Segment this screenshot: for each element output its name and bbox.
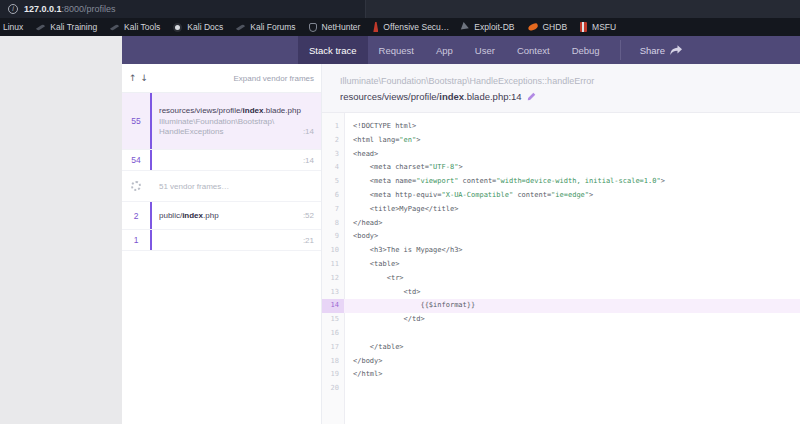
code-line: 16	[322, 327, 800, 341]
line-number: 20	[322, 382, 344, 396]
frame-class: Illuminate\Foundation\Bootstrap\	[159, 117, 314, 127]
line-number: 15	[322, 313, 344, 327]
bookmark-item[interactable]: Linux	[3, 22, 23, 32]
line-number: 11	[322, 258, 344, 272]
line-number: 6	[322, 189, 344, 203]
frame-file: public/index.php	[159, 211, 219, 220]
code-line: 10 <h3>The is Mypage</h3>	[322, 244, 800, 258]
line-number: 5	[322, 175, 344, 189]
code-line: 20	[322, 382, 800, 396]
stack-frames-sidebar: ↑ ↓ Expand vendor frames 55resources/vie…	[122, 64, 322, 424]
share-button[interactable]: Share	[630, 36, 692, 64]
bookmark-item[interactable]: GHDB	[528, 22, 568, 32]
bookmark-label: MSFU	[592, 22, 616, 32]
bookmark-label: Offensive Secu…	[383, 22, 449, 32]
code-text: <body>	[344, 230, 378, 244]
code-text: <head>	[344, 148, 378, 162]
frame-detail-panel: Illuminate\Foundation\Bootstrap\HandleEx…	[322, 64, 800, 424]
stack-frame-row[interactable]: 55resources/views/profile/index.blade.ph…	[122, 93, 321, 150]
tab-bar: Stack traceRequestAppUserContextDebug Sh…	[122, 36, 800, 64]
bookmark-label: Kali Forums	[250, 22, 295, 32]
globe-icon	[173, 23, 182, 32]
code-line: 7 <title>MyPage</title>	[322, 203, 800, 217]
url-bar[interactable]: i 127.0.0.1:8000/profiles	[0, 0, 366, 18]
code-text: </body>	[344, 355, 383, 369]
offsec-tower-icon	[373, 22, 378, 32]
bookmark-label: Linux	[3, 22, 23, 32]
code-text: <td>	[344, 286, 420, 300]
code-line: 3<head>	[322, 148, 800, 162]
bookmark-item[interactable]: Kali Tools	[110, 22, 160, 32]
code-text: <meta charset="UTF-8">	[344, 161, 463, 175]
stack-frame-row[interactable]: 2public/index.php:52	[122, 202, 321, 230]
line-number: 13	[322, 286, 344, 300]
tab-request[interactable]: Request	[368, 36, 425, 64]
bookmark-item[interactable]: Kali Training	[36, 22, 97, 32]
line-number: 10	[322, 244, 344, 258]
code-line: 15 </td>	[322, 313, 800, 327]
code-snippet: 1<!DOCTYPE html>2<html lang="en">3<head>…	[322, 112, 800, 424]
line-number: 16	[322, 327, 344, 341]
bookmarks-bar: LinuxKali TrainingKali ToolsKali DocsKal…	[0, 18, 800, 36]
bookmark-item[interactable]: NetHunter	[309, 22, 361, 32]
bookmark-item[interactable]: Kali Docs	[173, 22, 223, 32]
frame-up-icon[interactable]: ↑	[129, 73, 137, 83]
bookmark-item[interactable]: Kali Forums	[236, 22, 295, 32]
code-line: 2<html lang="en">	[322, 134, 800, 148]
frame-header: Illuminate\Foundation\Bootstrap\HandleEx…	[322, 64, 800, 112]
tab-divider	[620, 40, 621, 60]
frame-number	[122, 171, 150, 201]
code-line: 11 <table>	[322, 258, 800, 272]
share-label: Share	[640, 45, 665, 56]
code-text: <title>MyPage</title>	[344, 203, 458, 217]
code-line: 8</head>	[322, 217, 800, 231]
bookmark-label: GHDB	[543, 22, 568, 32]
line-number: 7	[322, 203, 344, 217]
code-text: <!DOCTYPE html>	[344, 120, 416, 134]
stack-frame-row[interactable]: 1:21	[122, 230, 321, 251]
open-in-editor-pencil-icon[interactable]	[527, 92, 536, 101]
line-number: 4	[322, 161, 344, 175]
frame-number: 55	[122, 93, 150, 149]
exploitdb-icon	[461, 22, 470, 32]
tab-user[interactable]: User	[464, 36, 506, 64]
code-line: 19</html>	[322, 368, 800, 382]
frame-file-path: resources/views/profile/index.blade.php:…	[340, 91, 788, 102]
bookmark-item[interactable]: Exploit-DB	[462, 22, 514, 32]
bookmark-item[interactable]: MSFU	[580, 22, 616, 32]
browser-toolbar: i 127.0.0.1:8000/profiles	[0, 0, 800, 18]
code-text: <tr>	[344, 272, 404, 286]
bookmark-item[interactable]: Offensive Secu…	[373, 22, 449, 32]
code-text: <h3>The is Mypage</h3>	[344, 244, 463, 258]
code-text: <html lang="en">	[344, 134, 420, 148]
stack-frame-row[interactable]: 54:14	[122, 150, 321, 171]
line-number: 9	[322, 230, 344, 244]
site-info-icon[interactable]: i	[8, 4, 18, 14]
code-text: </head>	[344, 217, 383, 231]
frame-line-number: :14	[303, 156, 314, 165]
code-text	[344, 327, 353, 341]
bookmark-label: Kali Tools	[124, 22, 160, 32]
code-line: 6 <meta http-equiv="X-UA-Compatible" con…	[322, 189, 800, 203]
vendor-frames-row[interactable]: 51 vendor frames…	[122, 171, 321, 202]
line-number: 1	[322, 120, 344, 134]
tab-app[interactable]: App	[425, 36, 464, 64]
frame-line-number: :21	[303, 236, 314, 245]
expand-vendor-frames-button[interactable]: Expand vendor frames	[234, 74, 315, 83]
code-line: 5 <meta name="viewport" content="width=d…	[322, 175, 800, 189]
kali-dragon-icon	[36, 23, 45, 31]
kali-dragon-icon	[110, 23, 119, 31]
code-line-highlighted: 14 {{$informat}}	[322, 299, 800, 313]
ghdb-flame-icon	[527, 23, 538, 31]
line-number: 18	[322, 355, 344, 369]
tab-context[interactable]: Context	[506, 36, 561, 64]
bookmark-label: Exploit-DB	[474, 22, 514, 32]
frame-line-number: :52	[303, 211, 314, 220]
frame-down-icon[interactable]: ↓	[141, 73, 149, 83]
bookmark-label: Kali Docs	[187, 22, 223, 32]
line-number: 2	[322, 134, 344, 148]
tab-stack-trace[interactable]: Stack trace	[298, 36, 368, 64]
tab-debug[interactable]: Debug	[561, 36, 611, 64]
line-number: 19	[322, 368, 344, 382]
line-number: 8	[322, 217, 344, 231]
